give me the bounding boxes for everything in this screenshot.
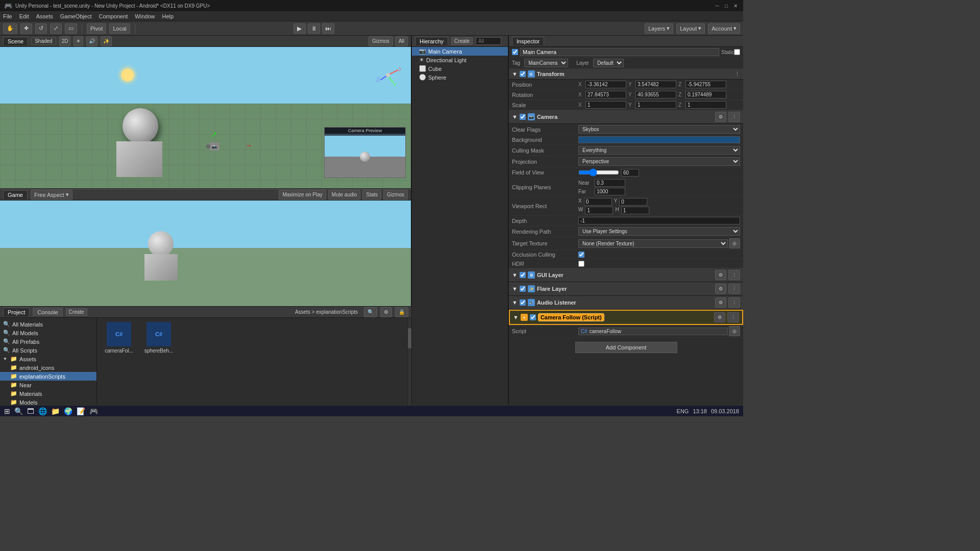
minimize-btn[interactable]: ─ (714, 2, 721, 9)
unity-taskbar-btn[interactable]: 🎮 (89, 407, 98, 415)
menu-assets[interactable]: Assets (36, 13, 53, 19)
camera-section-header[interactable]: ▼ 📷 Camera ⚙ ⋮ (509, 110, 743, 124)
tree-assets[interactable]: ▼ 📁 Assets (0, 355, 96, 363)
scale-tool-btn[interactable]: ⤢ (50, 23, 62, 34)
hierarchy-directional-light[interactable]: ☀ Directional Light (412, 56, 508, 64)
scene-tab[interactable]: Scene (3, 37, 28, 45)
vp-w[interactable] (585, 207, 613, 214)
audio-opt-btn2[interactable]: ⋮ (728, 297, 740, 308)
script-enable[interactable] (530, 314, 536, 320)
audio-enable[interactable] (520, 299, 526, 306)
project-settings-btn[interactable]: ⚙ (380, 307, 392, 317)
hierarchy-tab[interactable]: Hierarchy (415, 37, 448, 45)
game-tab[interactable]: Game (3, 190, 28, 199)
fov-field[interactable] (621, 169, 639, 177)
sphere-object-1[interactable] (122, 108, 158, 144)
audio-opt-btn[interactable]: ⚙ (715, 297, 726, 308)
object-name-field[interactable] (520, 48, 719, 56)
ie-btn[interactable]: 🌐 (38, 407, 47, 415)
asset-sphere-beh[interactable]: C# sphereBeh... (141, 322, 177, 354)
tag-dropdown[interactable]: MainCamera (524, 59, 568, 67)
scene-canvas[interactable]: 📷 ↑ → X Y (0, 47, 411, 188)
maximize-play-btn[interactable]: Maximize on Play (279, 190, 326, 200)
pause-btn[interactable]: ⏸ (308, 23, 320, 34)
tree-explanation-scripts[interactable]: 📁 explanationScripts (0, 372, 96, 381)
clear-flags-dropdown[interactable]: Skybox (578, 125, 740, 134)
rendering-dropdown[interactable]: Use Player Settings (578, 227, 740, 236)
hierarchy-sphere[interactable]: ⚪ Sphere (412, 73, 508, 82)
tree-materials[interactable]: 📁 Materials (0, 389, 96, 398)
target-pick-btn[interactable]: ◎ (729, 238, 740, 248)
camera-opt-btn2[interactable]: ⋮ (728, 112, 740, 122)
shading-dropdown[interactable]: Shaded (31, 37, 56, 45)
gui-opt-btn[interactable]: ⚙ (715, 270, 726, 280)
flare-enable[interactable] (520, 286, 526, 292)
project-scrollbar[interactable] (407, 318, 411, 416)
rot-z[interactable] (685, 91, 726, 98)
tree-all-scripts[interactable]: 🔍 All Scripts (0, 346, 96, 355)
near-field[interactable] (595, 179, 625, 187)
scene-light-btn[interactable]: ☀ (74, 36, 83, 46)
vp-y[interactable] (619, 198, 647, 206)
culling-mask-dropdown[interactable]: Everything (578, 146, 740, 155)
console-tab[interactable]: Console (33, 308, 62, 316)
rotate-tool-btn[interactable]: ↺ (35, 23, 47, 34)
project-tab[interactable]: Project (3, 308, 30, 316)
flare-opt-btn[interactable]: ⚙ (715, 284, 726, 294)
scene-fx-btn[interactable]: ✨ (101, 36, 112, 46)
camera-object[interactable]: 📷 (199, 136, 230, 157)
explorer-btn[interactable]: 📁 (51, 407, 60, 415)
scene-view[interactable]: Scene Shaded 2D ☀ 🔊 ✨ Gizmos All (0, 36, 411, 189)
game-gizmos-btn[interactable]: Gizmos (383, 190, 408, 200)
script-field[interactable]: C# cameraFollow (578, 328, 728, 335)
flare-opt-btn2[interactable]: ⋮ (728, 284, 740, 294)
aspect-dropdown[interactable]: Free Aspect ▾ (31, 190, 72, 200)
maximize-btn[interactable]: □ (723, 2, 730, 9)
target-dropdown[interactable]: None (Render Texture) (578, 239, 728, 248)
gui-opt-btn2[interactable]: ⋮ (728, 270, 740, 280)
script-opt-btn2[interactable]: ⋮ (727, 312, 739, 322)
rot-y[interactable] (635, 91, 676, 98)
project-search-btn[interactable]: 🔍 (364, 307, 377, 317)
menu-help[interactable]: Help (162, 13, 174, 19)
pivot-btn[interactable]: Pivot (87, 23, 106, 34)
layer-dropdown[interactable]: Default (593, 59, 624, 67)
word-btn[interactable]: 📝 (77, 407, 85, 415)
2d-btn[interactable]: 2D (59, 36, 71, 46)
vp-x[interactable] (584, 198, 612, 206)
script-opt-btn[interactable]: ⚙ (714, 312, 725, 322)
rect-tool-btn[interactable]: ▭ (65, 23, 77, 34)
static-checkbox[interactable] (734, 49, 740, 55)
menu-file[interactable]: File (3, 13, 12, 19)
camera-enable[interactable] (520, 114, 526, 120)
menu-edit[interactable]: Edit (19, 13, 29, 19)
depth-field[interactable] (578, 217, 740, 224)
transform-enable[interactable] (520, 71, 526, 77)
audio-listener-header[interactable]: ▼ 🔊 Audio Listener ⚙ ⋮ (509, 296, 743, 310)
far-field[interactable] (595, 188, 625, 195)
hierarchy-main-camera[interactable]: 📷 Main Camera (412, 47, 508, 56)
tree-all-models[interactable]: 🔍 All Models (0, 329, 96, 337)
hierarchy-search[interactable] (476, 37, 501, 45)
play-btn[interactable]: ▶ (293, 23, 306, 34)
game-view[interactable]: Game Free Aspect ▾ Maximize on Play Mute… (0, 189, 411, 306)
pos-y[interactable] (635, 81, 676, 88)
search-btn[interactable]: 🔍 (14, 407, 23, 415)
project-create-btn[interactable]: Create (66, 308, 87, 316)
stats-btn[interactable]: Stats (362, 190, 381, 200)
asset-camera-follow[interactable]: C# cameraFol... (101, 322, 137, 354)
gui-enable[interactable] (520, 272, 526, 278)
tree-android-icons[interactable]: 📁 android_icons (0, 363, 96, 372)
pos-z[interactable] (685, 81, 726, 88)
hand-tool-btn[interactable]: ✋ (3, 23, 17, 34)
scale-x[interactable] (585, 101, 626, 109)
rot-x[interactable] (585, 91, 626, 98)
hdr-checkbox[interactable] (578, 261, 584, 267)
tree-all-prefabs[interactable]: 🔍 All Prefabs (0, 337, 96, 346)
tree-all-materials[interactable]: 🔍 All Materials (0, 320, 96, 329)
menu-window[interactable]: Window (135, 13, 155, 19)
step-btn[interactable]: ⏭ (322, 23, 334, 34)
fov-slider[interactable] (578, 168, 619, 177)
scale-y[interactable] (635, 101, 676, 109)
scale-z[interactable] (685, 101, 726, 109)
